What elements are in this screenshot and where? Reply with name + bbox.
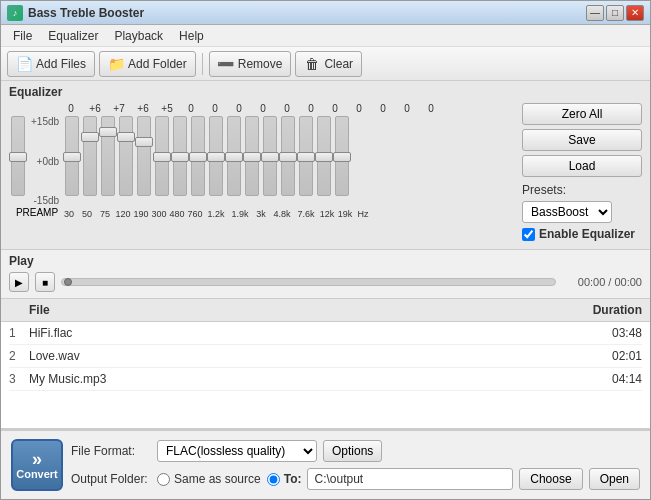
band-slider-2[interactable] <box>101 116 115 196</box>
band-thumb-1[interactable] <box>81 132 99 142</box>
preamp-thumb[interactable] <box>9 152 27 162</box>
band-slider-6[interactable] <box>173 116 187 196</box>
band-thumb-9[interactable] <box>225 152 243 162</box>
enable-eq-checkbox[interactable] <box>522 228 535 241</box>
play-button[interactable]: ▶ <box>9 272 29 292</box>
band-val-13: 0 <box>373 103 393 114</box>
band-slider-12[interactable] <box>281 116 295 196</box>
format-select[interactable]: FLAC(lossless quality) MP3 (128kbps) MP3… <box>157 440 317 462</box>
main-window: ♪ Bass Treble Booster — □ ✕ File Equaliz… <box>0 0 651 500</box>
choose-button[interactable]: Choose <box>519 468 582 490</box>
band-thumb-15[interactable] <box>333 152 351 162</box>
band-thumb-0[interactable] <box>63 152 81 162</box>
add-folder-button[interactable]: 📁 Add Folder <box>99 51 196 77</box>
table-row[interactable]: 1 HiFi.flac 03:48 <box>9 322 642 345</box>
remove-button[interactable]: ➖ Remove <box>209 51 292 77</box>
menu-file[interactable]: File <box>5 27 40 45</box>
add-files-icon: 📄 <box>16 56 32 72</box>
band-slider-5[interactable] <box>155 116 169 196</box>
band-thumb-11[interactable] <box>261 152 279 162</box>
band-thumb-10[interactable] <box>243 152 261 162</box>
add-folder-icon: 📁 <box>108 56 124 72</box>
progress-thumb[interactable] <box>64 278 72 286</box>
slider-col-9 <box>225 116 243 196</box>
output-line: Output Folder: Same as source To: Choose… <box>71 468 640 490</box>
band-slider-13[interactable] <box>299 116 313 196</box>
progress-bar[interactable] <box>61 278 556 286</box>
output-path-input[interactable] <box>307 468 513 490</box>
slider-col-2 <box>99 116 117 196</box>
presets-select[interactable]: BassBoost 2 BassBoost 1 Treble Boost Pop… <box>522 201 612 223</box>
band-thumb-13[interactable] <box>297 152 315 162</box>
band-val-3: +6 <box>133 103 153 114</box>
freq-6: 480 <box>168 209 186 219</box>
close-button[interactable]: ✕ <box>626 5 644 21</box>
band-slider-14[interactable] <box>317 116 331 196</box>
menu-playback[interactable]: Playback <box>106 27 171 45</box>
band-slider-15[interactable] <box>335 116 349 196</box>
eq-container: 0 +6 +7 +6 +5 0 0 0 0 0 0 0 0 0 <box>9 103 642 241</box>
file-duration-3: 04:14 <box>572 372 642 386</box>
band-slider-7[interactable] <box>191 116 205 196</box>
equalizer-section: Equalizer 0 +6 +7 +6 +5 0 0 0 0 0 <box>1 81 650 250</box>
file-num-1: 1 <box>9 326 29 340</box>
open-button[interactable]: Open <box>589 468 640 490</box>
clear-button[interactable]: 🗑 Clear <box>295 51 362 77</box>
freq-11: 4.8k <box>270 209 294 219</box>
convert-section: » Convert File Format: FLAC(lossless qua… <box>1 429 650 499</box>
band-thumb-3[interactable] <box>117 132 135 142</box>
table-row[interactable]: 2 Love.wav 02:01 <box>9 345 642 368</box>
slider-col-5 <box>153 116 171 196</box>
enable-eq-row: Enable Equalizer <box>522 227 642 241</box>
band-thumb-6[interactable] <box>171 152 189 162</box>
same-source-radio-group: Same as source <box>157 472 261 486</box>
band-slider-9[interactable] <box>227 116 241 196</box>
band-slider-1[interactable] <box>83 116 97 196</box>
band-slider-0[interactable] <box>65 116 79 196</box>
same-source-radio[interactable] <box>157 473 170 486</box>
load-button[interactable]: Load <box>522 155 642 177</box>
band-val-7: 0 <box>229 103 249 114</box>
band-slider-11[interactable] <box>263 116 277 196</box>
file-num-2: 2 <box>9 349 29 363</box>
convert-button[interactable]: » Convert <box>11 439 63 491</box>
stop-button[interactable]: ■ <box>35 272 55 292</box>
table-row[interactable]: 3 My Music.mp3 04:14 <box>9 368 642 391</box>
options-button[interactable]: Options <box>323 440 382 462</box>
band-slider-3[interactable] <box>119 116 133 196</box>
format-label: File Format: <box>71 444 151 458</box>
menu-help[interactable]: Help <box>171 27 212 45</box>
add-files-button[interactable]: 📄 Add Files <box>7 51 95 77</box>
band-thumb-7[interactable] <box>189 152 207 162</box>
band-val-5: 0 <box>181 103 201 114</box>
slider-col-8 <box>207 116 225 196</box>
freq-14: 19k <box>336 209 354 219</box>
output-label: Output Folder: <box>71 472 151 486</box>
band-slider-4[interactable] <box>137 116 151 196</box>
col-file: File <box>29 303 572 317</box>
band-thumb-8[interactable] <box>207 152 225 162</box>
preamp-slider[interactable] <box>11 116 25 196</box>
band-thumb-12[interactable] <box>279 152 297 162</box>
band-slider-10[interactable] <box>245 116 259 196</box>
slider-col-6 <box>171 116 189 196</box>
band-thumb-4[interactable] <box>135 137 153 147</box>
zero-all-button[interactable]: Zero All <box>522 103 642 125</box>
band-thumb-14[interactable] <box>315 152 333 162</box>
remove-icon: ➖ <box>218 56 234 72</box>
save-button[interactable]: Save <box>522 129 642 151</box>
to-radio[interactable] <box>267 473 280 486</box>
minimize-button[interactable]: — <box>586 5 604 21</box>
window-title: Bass Treble Booster <box>28 6 586 20</box>
file-name-3: My Music.mp3 <box>29 372 572 386</box>
eq-freq-labels-row: PREAMP 30 50 75 120 190 300 480 760 1.2k… <box>9 206 514 219</box>
band-thumb-2[interactable] <box>99 127 117 137</box>
band-slider-8[interactable] <box>209 116 223 196</box>
presets-select-row: BassBoost 2 BassBoost 1 Treble Boost Pop… <box>522 201 642 223</box>
band-thumb-5[interactable] <box>153 152 171 162</box>
freq-2: 75 <box>96 209 114 219</box>
freq-7: 760 <box>186 209 204 219</box>
maximize-button[interactable]: □ <box>606 5 624 21</box>
menu-equalizer[interactable]: Equalizer <box>40 27 106 45</box>
freq-9: 1.9k <box>228 209 252 219</box>
